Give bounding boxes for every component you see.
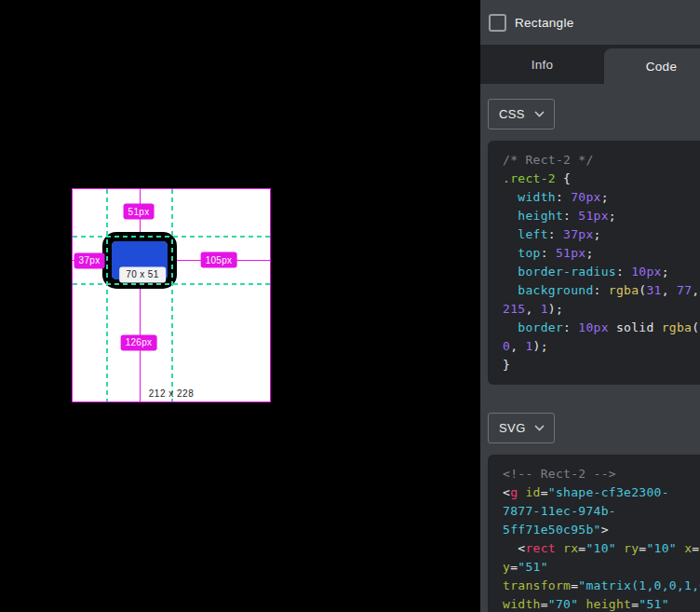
code-line: <rect rx="10" ry="10" x="37"	[503, 539, 700, 558]
rect-size-badge: 70 x 51	[119, 266, 166, 282]
code-line: width="70" height="51"	[503, 595, 700, 612]
code-line: .rect-2 {	[503, 170, 700, 188]
inspector-panel: Rectangle Info Code CSS /* Rect-2 */.rec…	[480, 0, 700, 612]
code-line: }	[503, 356, 700, 374]
app-screen: 51px 37px 105px 126px 70 x 51 212 x 228 …	[0, 0, 700, 612]
code-line: top: 51px;	[503, 244, 700, 263]
guide-right-edge	[171, 189, 173, 401]
tabbar: Info Code	[480, 45, 700, 84]
code-line: width: 70px;	[503, 188, 700, 207]
chevron-down-icon	[534, 111, 545, 117]
code-line: height: 51px;	[503, 207, 700, 225]
tab-info[interactable]: Info	[480, 45, 604, 84]
css-language-select[interactable]: CSS	[488, 99, 555, 129]
artboard-size-label: 212 x 228	[149, 388, 194, 399]
tab-code[interactable]: Code	[604, 48, 700, 84]
code-line: 0, 1);	[503, 337, 700, 356]
code-line: 215, 1);	[503, 300, 700, 319]
code-panel-body: CSS /* Rect-2 */.rect-2 { width: 70px; h…	[480, 84, 700, 612]
code-line: 7877-11ec-974b-	[503, 502, 700, 521]
guide-left-edge	[106, 189, 108, 401]
layer-header: Rectangle	[480, 0, 700, 45]
css-language-select-value: CSS	[499, 107, 525, 121]
code-line: <!-- Rect-2 -->	[503, 465, 700, 483]
layer-checkbox[interactable]	[489, 14, 506, 32]
code-line: 5ff71e50c95b">	[503, 521, 700, 539]
guide-top-edge	[73, 236, 270, 238]
svg-code-block: <!-- Rect-2 --><g id="shape-cf3e2300-787…	[488, 455, 700, 612]
measure-label-left: 37px	[74, 252, 105, 268]
measure-label-right: 105px	[201, 252, 237, 268]
code-line: border-radius: 10px;	[503, 263, 700, 281]
code-line: left: 37px;	[503, 225, 700, 244]
artboard: 51px 37px 105px 126px 70 x 51 212 x 228	[73, 189, 270, 401]
code-line: border: 10px solid rgba(0, 0,	[503, 319, 700, 337]
chevron-down-icon	[534, 425, 545, 431]
code-line: /* Rect-2 */	[503, 151, 700, 170]
code-line: y="51"	[503, 558, 700, 577]
layer-title: Rectangle	[515, 16, 574, 30]
svg-language-select[interactable]: SVG	[488, 413, 555, 443]
css-code-block: /* Rect-2 */.rect-2 { width: 70px; heigh…	[488, 141, 700, 385]
svg-language-select-value: SVG	[499, 421, 526, 435]
code-line: <g id="shape-cf3e2300-	[503, 483, 700, 502]
code-line: transform="matrix(1,0,0,1,0,0)"	[503, 577, 700, 595]
guide-bottom-edge	[73, 283, 270, 285]
measure-label-bottom: 126px	[121, 334, 157, 350]
code-line: background: rgba(31, 77,	[503, 281, 700, 300]
measure-label-top: 51px	[124, 204, 155, 220]
